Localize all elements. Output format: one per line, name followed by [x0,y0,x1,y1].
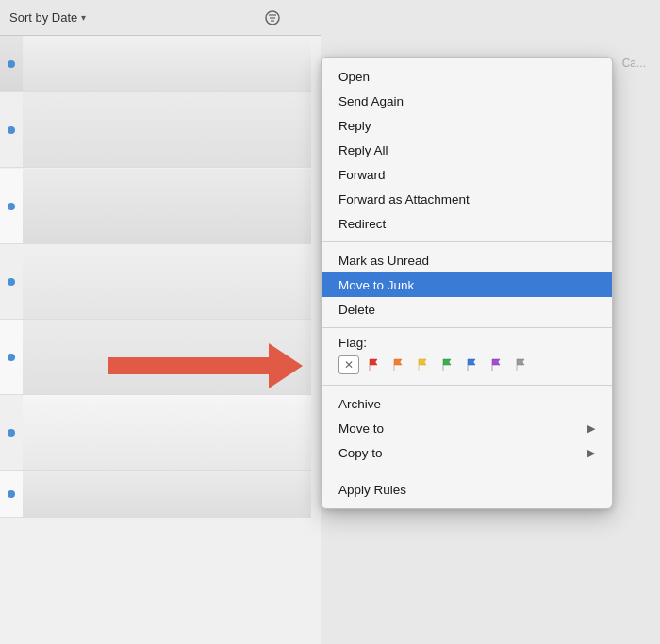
flag-green-button[interactable] [438,355,457,374]
mail-item-content [23,92,311,167]
unread-dot [8,490,15,498]
mail-toolbar: Sort by Date ▾ [0,0,321,36]
menu-item-copy-to-label: Copy to [338,446,587,460]
menu-item-reply-label: Reply [338,119,595,133]
sort-chevron-icon: ▾ [81,12,86,23]
menu-item-archive[interactable]: Archive [322,391,612,416]
filter-icon[interactable] [262,8,283,28]
mail-item-content [23,169,311,243]
flag-gray-button[interactable] [512,355,531,374]
unread-dot [8,278,15,286]
menu-item-send-again[interactable]: Send Again [322,89,612,113]
list-item[interactable] [0,169,311,244]
menu-item-mark-unread-label: Mark as Unread [338,254,595,268]
unread-dot [8,60,15,68]
flag-section-label: Flag: [338,336,595,350]
menu-section-junk: Mark as Unread Move to Junk Delete [322,245,612,324]
menu-item-reply-all[interactable]: Reply All [322,138,612,162]
menu-item-redirect[interactable]: Redirect [322,211,612,236]
menu-item-apply-rules[interactable]: Apply Rules [322,477,612,502]
flag-clear-button[interactable]: ✕ [338,355,359,374]
menu-item-apply-rules-label: Apply Rules [338,483,595,497]
ca-label: Ca... [622,57,646,70]
menu-item-archive-label: Archive [338,397,595,411]
submenu-arrow-icon: ▶ [587,422,595,435]
list-item[interactable] [0,92,311,168]
flag-yellow-button[interactable] [414,355,433,374]
flag-orange-button[interactable] [389,355,408,374]
mail-list [0,36,311,518]
flag-row: ✕ [338,355,595,374]
flag-purple-button[interactable] [487,355,506,374]
menu-item-delete-label: Delete [338,303,595,317]
context-menu: Open Send Again Reply Reply All Forward … [321,57,613,509]
menu-item-forward-attachment-label: Forward as Attachment [338,192,595,206]
menu-item-move-junk[interactable]: Move to Junk [322,272,612,297]
menu-divider-2 [322,327,612,328]
menu-item-redirect-label: Redirect [338,217,595,231]
unread-dot [8,203,15,210]
submenu-arrow-icon: ▶ [587,447,595,459]
menu-item-send-again-label: Send Again [338,94,595,108]
menu-section-message-actions: Open Send Again Reply Reply All Forward … [322,61,612,239]
list-item[interactable] [0,244,311,320]
flag-section: Flag: ✕ [322,331,612,382]
menu-item-open-label: Open [338,70,595,84]
flag-red-button[interactable] [365,355,384,374]
menu-item-forward[interactable]: Forward [322,162,612,187]
mail-item-content [23,244,311,319]
red-arrow [108,349,316,383]
menu-item-move-to-label: Move to [338,421,587,436]
mail-item-content [23,471,311,518]
unread-dot [8,354,15,361]
menu-divider-4 [322,471,612,471]
mail-item-content [23,36,311,91]
menu-item-forward-attachment[interactable]: Forward as Attachment [322,187,612,211]
menu-item-move-junk-label: Move to Junk [338,278,595,292]
list-item[interactable] [0,471,311,518]
list-item[interactable] [0,395,311,471]
menu-item-copy-to[interactable]: Copy to ▶ [322,440,612,465]
menu-section-move: Archive Move to ▶ Copy to ▶ [322,388,612,468]
menu-divider-3 [322,385,612,386]
flag-blue-button[interactable] [463,355,482,374]
menu-item-mark-unread[interactable]: Mark as Unread [322,248,612,272]
menu-item-forward-label: Forward [338,168,595,182]
mail-item-content [23,395,311,470]
menu-item-reply-all-label: Reply All [338,143,595,157]
menu-item-move-to[interactable]: Move to ▶ [322,416,612,440]
arrow-head [269,343,303,388]
menu-item-open[interactable]: Open [322,64,612,89]
sort-label: Sort by Date [9,10,77,25]
menu-item-delete[interactable]: Delete [322,297,612,322]
menu-divider-1 [322,241,612,242]
menu-item-reply[interactable]: Reply [322,113,612,138]
menu-section-rules: Apply Rules [322,474,612,504]
unread-dot [8,126,15,134]
unread-dot [8,429,15,437]
sort-by-date-button[interactable]: Sort by Date ▾ [9,10,86,25]
arrow-body [108,357,269,374]
list-item[interactable] [0,36,311,92]
